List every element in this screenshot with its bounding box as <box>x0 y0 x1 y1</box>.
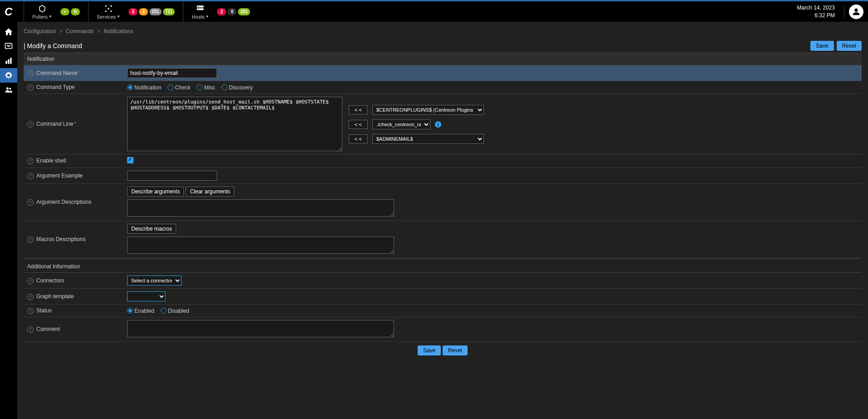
radio-disabled[interactable]: Disabled <box>161 308 189 314</box>
svg-point-9 <box>854 8 858 11</box>
home-icon <box>4 27 13 36</box>
enable-shell-checkbox[interactable] <box>127 157 133 163</box>
help-icon[interactable]: ? <box>27 237 34 243</box>
chevron-down-icon: ▼ <box>206 15 209 19</box>
radio-discovery[interactable]: Discovery <box>222 84 253 91</box>
label-macros-descriptions: Macros Descriptions <box>36 236 86 242</box>
chevron-down-icon: ▼ <box>49 15 52 19</box>
help-icon[interactable]: ? <box>27 294 34 300</box>
reset-button[interactable]: Reset <box>837 41 862 51</box>
services-badge-warning[interactable]: 3 <box>139 8 148 15</box>
help-icon[interactable]: ? <box>27 84 34 91</box>
hosts-menu[interactable]: Hosts▼ <box>192 4 209 20</box>
radio-enabled[interactable]: Enabled <box>127 308 154 314</box>
insert-macro3-button[interactable]: < < <box>349 134 368 143</box>
page-title: | Modify a Command <box>24 42 82 49</box>
comment-textarea[interactable] <box>127 320 394 337</box>
help-icon[interactable]: ? <box>27 326 34 333</box>
sidebar-administration[interactable] <box>0 83 17 97</box>
argument-example-input[interactable] <box>127 171 217 181</box>
hosts-label: Hosts <box>192 14 204 20</box>
breadcrumb-item[interactable]: Notifications <box>104 28 133 35</box>
help-icon[interactable]: ? <box>27 199 34 206</box>
hosts-badge-down[interactable]: 2 <box>217 8 226 15</box>
bottom-actions: Save Reset <box>24 342 862 359</box>
label-graph-template: Graph template <box>36 293 74 300</box>
clear-arguments-button[interactable]: Clear arguments <box>186 187 234 197</box>
macro-select-check[interactable]: ./check_centreon_nrpe3 <box>372 119 430 129</box>
label-comment: Comment <box>36 326 60 332</box>
app-logo: C <box>5 5 12 18</box>
sidebar <box>0 22 17 419</box>
connectors-select[interactable]: Select a connector... <box>127 276 182 286</box>
label-enable-shell: Enable shell <box>36 158 66 164</box>
graph-template-select[interactable] <box>127 291 166 301</box>
main-content: Configuration > Commands > Notifications… <box>17 22 868 419</box>
svg-rect-11 <box>5 61 7 64</box>
insert-macro2-button[interactable]: < < <box>349 120 368 129</box>
date-text: March 14, 2023 <box>797 4 835 12</box>
hosts-group: Hosts▼ 2 0 281 <box>183 1 258 22</box>
label-connectors: Connectors <box>36 277 64 284</box>
time-text: 6:32 PM <box>797 12 835 20</box>
argument-descriptions-textarea[interactable] <box>127 199 394 217</box>
services-menu[interactable]: Services▼ <box>97 4 120 20</box>
radio-check[interactable]: Check <box>168 84 190 91</box>
sidebar-home[interactable] <box>0 25 17 39</box>
user-menu[interactable] <box>849 5 863 19</box>
help-icon[interactable]: ? <box>27 70 34 77</box>
hosts-badge-unreachable[interactable]: 0 <box>227 8 237 15</box>
hosts-badges: 2 0 281 <box>217 8 250 15</box>
command-name-input[interactable] <box>127 68 217 78</box>
label-status: Status <box>36 307 52 314</box>
services-badge-critical[interactable]: 3 <box>128 8 138 15</box>
macro-select-plugins[interactable]: $CENTREONPLUGINS$ (Centreon Plugins Path… <box>372 105 484 115</box>
section-additional: Additional Information <box>24 258 862 273</box>
save-button-bottom[interactable]: Save <box>418 345 441 355</box>
services-badge-ok[interactable]: 721 <box>163 8 175 15</box>
macro-select-adminemail[interactable]: $ADMINEMAIL$ <box>372 134 484 144</box>
save-button[interactable]: Save <box>810 41 833 51</box>
label-argument-example: Argument Example <box>36 173 83 179</box>
help-icon[interactable]: ? <box>27 278 34 284</box>
svg-rect-13 <box>10 58 11 64</box>
pollers-badge-reload[interactable]: ↻ <box>71 8 80 15</box>
describe-macros-button[interactable]: Describe macros <box>127 224 176 234</box>
hosts-badge-up[interactable]: 281 <box>238 8 250 15</box>
help-icon[interactable]: ? <box>27 158 34 164</box>
sidebar-reporting[interactable] <box>0 54 17 68</box>
pollers-badges: ≡ ↻ <box>60 8 80 15</box>
svg-point-0 <box>108 8 109 9</box>
datetime: March 14, 2023 6:32 PM <box>797 4 835 20</box>
form-table-additional: ?Connectors Select a connector... ?Graph… <box>24 273 862 342</box>
chevron-down-icon: ▼ <box>117 15 120 19</box>
help-icon[interactable]: ? <box>27 308 34 314</box>
sidebar-configuration[interactable] <box>0 68 17 83</box>
breadcrumb-item[interactable]: Commands <box>66 28 94 35</box>
svg-rect-12 <box>8 59 9 64</box>
monitor-icon <box>4 42 13 51</box>
services-badges: 3 3 251 721 <box>128 8 175 15</box>
macros-descriptions-textarea[interactable] <box>127 237 394 254</box>
command-line-textarea[interactable]: /usr/lib/centreon/plugins/send_host_mail… <box>127 97 342 151</box>
pollers-badge-status[interactable]: ≡ <box>60 8 69 15</box>
svg-point-4 <box>110 10 112 12</box>
describe-arguments-button[interactable]: Describe arguments <box>127 187 184 197</box>
info-icon[interactable]: i <box>435 121 441 128</box>
hosts-icon <box>196 4 205 13</box>
services-badge-unknown[interactable]: 251 <box>149 8 162 15</box>
reset-button-bottom[interactable]: Reset <box>443 345 468 355</box>
sidebar-monitoring[interactable] <box>0 39 17 54</box>
pollers-label: Pollers <box>32 14 48 20</box>
pollers-menu[interactable]: Pollers▼ <box>32 4 52 20</box>
insert-macro1-button[interactable]: < < <box>349 105 368 114</box>
radio-misc[interactable]: Misc <box>197 84 215 91</box>
svg-point-2 <box>110 5 112 6</box>
help-icon[interactable]: ? <box>27 173 34 179</box>
label-command-name: Command Name <box>36 70 78 76</box>
form-table: ?Command Name* ?Command Type Notificatio… <box>24 65 862 258</box>
radio-notification[interactable]: Notification <box>127 84 161 91</box>
breadcrumb-item[interactable]: Configuration <box>24 28 56 35</box>
services-group: Services▼ 3 3 251 721 <box>88 1 183 22</box>
help-icon[interactable]: ? <box>27 121 34 128</box>
